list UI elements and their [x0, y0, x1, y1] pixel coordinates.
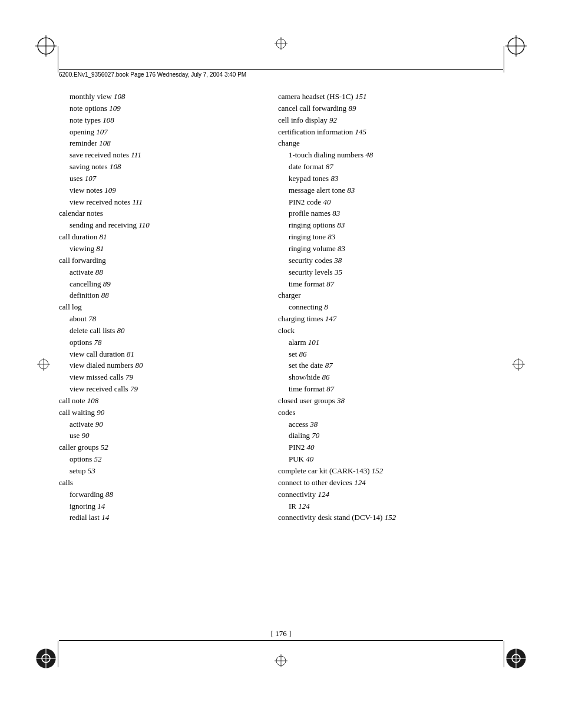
index-entry: reminder 108: [59, 138, 266, 149]
index-entry: 1-touch dialing numbers 48: [278, 150, 503, 161]
index-entry: options 78: [59, 337, 266, 348]
index-entry: PUK 40: [278, 454, 503, 465]
index-entry: calls: [59, 477, 266, 489]
page-ref: 87: [326, 279, 334, 288]
page-ref: 40: [323, 197, 330, 206]
page-number: [ 176 ]: [271, 629, 292, 638]
page-ref: 88: [105, 490, 113, 499]
index-entry: call waiting 90: [59, 407, 266, 419]
index-entry: opening 107: [59, 127, 266, 138]
page-ref: 79: [125, 373, 133, 381]
vline-right-bottom: [504, 641, 504, 667]
page-ref: 111: [132, 197, 143, 206]
page-ref: 83: [332, 209, 340, 218]
index-entry: setup 53: [59, 466, 266, 477]
index-entry: monthly view 108: [59, 91, 266, 103]
page-ref: 40: [306, 454, 313, 463]
page-ref: 147: [325, 314, 337, 323]
index-entry: connecting 8: [278, 302, 503, 313]
reg-mark-middle-left: [37, 358, 50, 371]
index-entry: codes: [278, 407, 503, 419]
vline-right-top: [504, 46, 504, 73]
page-ref: 108: [87, 396, 99, 405]
page-ref: 38: [310, 420, 318, 429]
page-ref: 14: [101, 513, 109, 522]
index-entry: activate 90: [59, 419, 266, 430]
page-ref: 81: [100, 232, 107, 241]
page-ref: 101: [308, 338, 320, 347]
page-ref: 145: [355, 127, 367, 136]
index-entry: view received calls 79: [59, 384, 266, 395]
page-ref: 89: [103, 279, 111, 288]
index-entry: forwarding 88: [59, 489, 266, 500]
page-ref: 108: [99, 139, 111, 147]
index-entry: time format 87: [278, 384, 503, 395]
index-entry: camera headset (HS-1C) 151: [278, 91, 503, 103]
index-entry: change: [278, 138, 503, 149]
index-entry: set the date 87: [278, 360, 503, 371]
index-entry: access 38: [278, 419, 503, 430]
index-entry: ringing volume 83: [278, 243, 503, 255]
page-ref: 79: [130, 384, 138, 393]
index-entry: keypad tones 83: [278, 173, 503, 185]
index-entry: PIN2 40: [278, 442, 503, 453]
page-ref: 8: [324, 302, 328, 311]
index-entry: cell info display 92: [278, 115, 503, 126]
index-entry: view received notes 111: [59, 197, 266, 208]
page-ref: 107: [96, 127, 108, 136]
index-entry: saving notes 108: [59, 162, 266, 173]
page-ref: 78: [94, 338, 102, 347]
index-entry: redial last 14: [59, 512, 266, 523]
index-entry: closed user groups 38: [278, 396, 503, 407]
reg-mark-top-center: [275, 37, 287, 50]
index-entry: charging times 147: [278, 314, 503, 325]
page-ref: 108: [114, 92, 125, 101]
index-entry: save received notes 111: [59, 150, 266, 161]
page-ref: 78: [88, 314, 96, 323]
page-ref: 90: [97, 408, 104, 417]
index-entry: caller groups 52: [59, 442, 266, 453]
index-entry: clock: [278, 325, 503, 337]
corner-mark-bl: [35, 648, 57, 669]
index-entry: cancel call forwarding 89: [278, 103, 503, 114]
index-entry: call duration 81: [59, 232, 266, 243]
page-ref: 35: [335, 268, 342, 276]
page-ref: 81: [96, 244, 104, 253]
page-ref: 81: [127, 350, 134, 358]
index-entry: ignoring 14: [59, 501, 266, 512]
page-ref: 14: [97, 502, 105, 510]
index-entry: profile names 83: [278, 208, 503, 219]
index-entry: dialing 70: [278, 430, 503, 442]
page-ref: 88: [101, 291, 109, 299]
page-ref: 83: [328, 232, 335, 241]
index-entry: ringing tone 83: [278, 232, 503, 243]
index-entry: calendar notes: [59, 208, 266, 219]
index-entry: date format 87: [278, 162, 503, 173]
index-entry: set 86: [278, 349, 503, 360]
index-entry: connectivity desk stand (DCV-14) 152: [278, 512, 503, 523]
index-entry: show/hide 86: [278, 372, 503, 383]
page-ref: 109: [109, 104, 121, 113]
index-entry: call log: [59, 302, 266, 313]
index-entry: note types 108: [59, 115, 266, 126]
index-entry: complete car kit (CARK-143) 152: [278, 466, 503, 477]
index-entry: ringing options 83: [278, 220, 503, 231]
index-entry: use 90: [59, 430, 266, 442]
index-entry: note options 109: [59, 103, 266, 114]
page-ref: 87: [325, 361, 333, 370]
index-entry: security levels 35: [278, 267, 503, 278]
page-ref: 152: [385, 513, 396, 522]
index-entry: time format 87: [278, 279, 503, 290]
corner-mark-br: [505, 648, 527, 669]
index-entry: call note 108: [59, 396, 266, 407]
page-ref: 40: [307, 443, 315, 452]
page-ref: 88: [95, 268, 103, 276]
page-ref: 110: [138, 220, 150, 229]
reg-mark-middle-right: [512, 358, 525, 371]
index-entry: charger: [278, 290, 503, 301]
page-ref: 70: [312, 431, 319, 440]
index-entry: IR 124: [278, 501, 503, 512]
page-ref: 109: [104, 186, 116, 195]
vline-left-bottom: [58, 641, 58, 667]
index-entry: view missed calls 79: [59, 372, 266, 383]
